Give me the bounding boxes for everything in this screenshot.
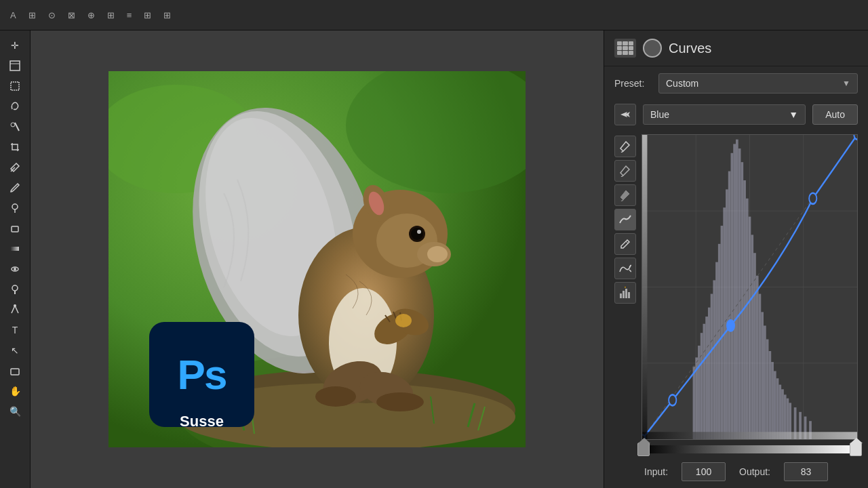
top-icon-1[interactable]: ⊞ [25, 9, 39, 22]
panel-header: Curves [604, 30, 868, 66]
tool-blur[interactable] [4, 260, 26, 279]
highlight-slider[interactable] [850, 443, 862, 456]
svg-text:!: ! [625, 287, 625, 289]
svg-point-33 [411, 228, 423, 240]
curve-tools: ! [614, 134, 636, 440]
tool-artboard[interactable] [4, 56, 26, 75]
svg-point-34 [417, 230, 421, 234]
svg-rect-87 [749, 217, 751, 439]
svg-rect-79 [728, 171, 731, 439]
tool-gradient[interactable] [4, 239, 26, 258]
svg-rect-99 [778, 385, 781, 439]
svg-rect-70 [705, 317, 708, 439]
tool-marquee[interactable] [4, 77, 26, 96]
svg-rect-88 [751, 235, 753, 439]
smooth-tool[interactable] [614, 258, 636, 279]
tool-move[interactable]: ✛ [4, 36, 26, 55]
svg-rect-92 [761, 312, 764, 439]
svg-rect-72 [711, 294, 713, 439]
top-bar: A ⊞ ⊙ ⊠ ⊕ ⊞ ≡ ⊞ ⊞ [0, 0, 868, 30]
eyedropper-black-tool[interactable] [614, 184, 636, 206]
svg-rect-0 [10, 61, 20, 70]
svg-rect-61 [628, 292, 630, 298]
svg-line-56 [629, 265, 631, 267]
svg-point-116 [727, 320, 734, 331]
shadow-slider[interactable] [637, 443, 650, 456]
canvas-area: Ps Susse [31, 30, 604, 488]
tool-brush[interactable] [4, 178, 26, 197]
tool-text[interactable]: T [4, 321, 26, 340]
svg-rect-90 [756, 276, 759, 439]
top-icon-4[interactable]: ⊕ [84, 9, 98, 22]
top-icon-3[interactable]: ⊠ [64, 9, 79, 22]
svg-rect-91 [759, 294, 762, 439]
pencil-draw-tool[interactable] [614, 233, 636, 255]
svg-rect-98 [776, 378, 779, 439]
preset-chevron-icon: ▼ [842, 79, 850, 88]
svg-rect-2 [11, 82, 19, 90]
tool-zoom[interactable]: 🔍 [4, 402, 26, 421]
svg-rect-110 [698, 346, 701, 439]
curves-panel: Curves Preset: Custom ▼ Blue ▼ Auto [604, 30, 868, 488]
tool-wand[interactable] [4, 117, 26, 136]
tool-shape[interactable] [4, 361, 26, 380]
channel-chevron-icon: ▼ [789, 109, 798, 120]
input-label: Input: [644, 466, 668, 477]
channel-select[interactable]: Blue ▼ [643, 104, 806, 125]
svg-rect-74 [715, 262, 718, 439]
io-row: Input: Output: [604, 457, 868, 488]
channel-target-button[interactable] [614, 104, 636, 125]
top-icon-8[interactable]: ⊞ [160, 9, 174, 22]
tool-lasso[interactable] [4, 97, 26, 116]
svg-rect-96 [771, 362, 774, 439]
image-container: Ps Susse [108, 71, 526, 447]
input-field[interactable] [682, 462, 726, 481]
tool-path-select[interactable]: ↖ [4, 341, 26, 360]
svg-rect-58 [620, 293, 622, 298]
tool-eraser[interactable] [4, 219, 26, 238]
svg-rect-112 [703, 324, 706, 439]
tool-pen[interactable] [4, 300, 26, 319]
input-gradient-slider[interactable] [642, 445, 858, 453]
svg-rect-80 [731, 153, 734, 439]
channel-value: Blue [650, 109, 669, 120]
preset-select[interactable]: Custom ▼ [658, 73, 858, 94]
preset-label: Preset: [614, 78, 652, 89]
svg-line-54 [621, 200, 623, 201]
curve-canvas[interactable] [642, 134, 858, 440]
grid-icon[interactable] [614, 39, 636, 58]
svg-point-42 [395, 314, 412, 327]
auto-button[interactable]: Auto [812, 104, 858, 125]
top-icon-7[interactable]: ⊞ [140, 9, 155, 22]
svg-rect-82 [736, 140, 738, 439]
top-icon-5[interactable]: ⊞ [104, 9, 118, 22]
svg-rect-83 [738, 148, 741, 439]
output-label: Output: [739, 466, 770, 477]
curve-mode-tool[interactable] [614, 209, 636, 230]
app-icon: A [7, 9, 20, 22]
top-icon-2[interactable]: ⊙ [45, 9, 59, 22]
eyedropper-gray-tool[interactable] [614, 160, 636, 182]
histogram-warning-tool[interactable]: ! [614, 282, 636, 304]
output-field[interactable] [784, 462, 828, 481]
svg-rect-9 [11, 247, 19, 251]
tool-eyedropper[interactable] [4, 158, 26, 177]
svg-point-6 [12, 204, 18, 209]
svg-rect-111 [701, 333, 703, 439]
tool-crop[interactable] [4, 138, 26, 157]
tool-clone[interactable] [4, 199, 26, 218]
svg-rect-73 [713, 280, 715, 439]
tool-hand[interactable]: ✋ [4, 382, 26, 401]
adjustment-icon[interactable] [643, 39, 662, 58]
svg-point-46 [376, 392, 424, 411]
ps-logo-box: Ps [149, 322, 254, 427]
panel-title: Curves [669, 41, 711, 56]
svg-point-4 [11, 123, 15, 127]
gradient-sliders [604, 445, 868, 457]
tool-dodge[interactable] [4, 280, 26, 299]
eyedropper-white-tool[interactable] [614, 136, 636, 157]
ps-logo-overlay: Ps Susse [149, 322, 254, 427]
preset-value: Custom [666, 78, 698, 89]
top-icon-6[interactable]: ≡ [123, 9, 136, 22]
svg-line-55 [626, 241, 628, 243]
